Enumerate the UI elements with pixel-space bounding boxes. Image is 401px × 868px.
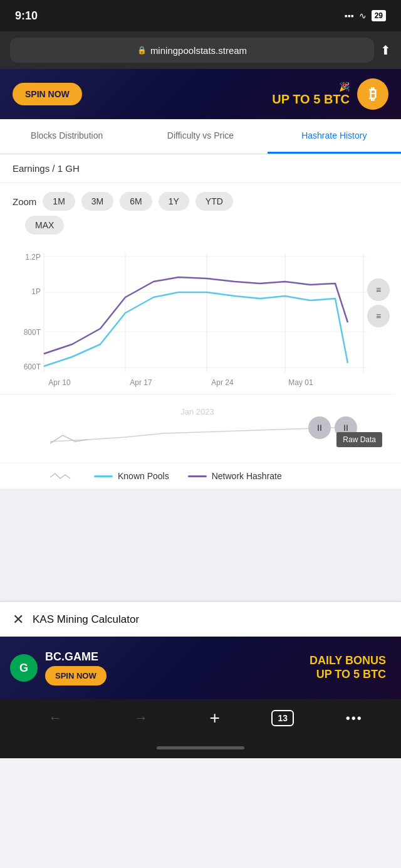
address-bar: 🔒 miningpoolstats.stream ⬆	[0, 31, 401, 69]
pause-button-1[interactable]: ⏸	[308, 416, 331, 439]
home-bar	[157, 746, 244, 749]
known-pools-label: Known Pools	[118, 471, 169, 481]
bc-bonus-text: DAILY BONUSUP TO 5 BTC	[310, 654, 386, 681]
hashrate-chart: 1.2P 1P 800T 600T A	[0, 247, 395, 391]
bc-brand-name: BC.GAME	[45, 650, 107, 664]
calculator-bar: ✕ KAS Mining Calculator	[0, 601, 401, 637]
zoom-controls: Zoom 1M 3M 6M 1Y YTD	[0, 183, 401, 214]
zoom-3m-button[interactable]: 3M	[81, 192, 113, 211]
back-button[interactable]: ←	[38, 705, 72, 731]
network-hashrate-legend-line	[188, 475, 207, 477]
svg-text:800T: 800T	[24, 328, 41, 337]
ad-top-text: 🎉	[272, 82, 350, 92]
zoom-1m-button[interactable]: 1M	[43, 192, 75, 211]
network-hashrate-label: Network Hashrate	[212, 471, 282, 481]
new-tab-button[interactable]: +	[210, 708, 220, 728]
home-indicator	[0, 737, 401, 758]
status-icons: ▪▪▪ ∿ 29	[345, 10, 386, 21]
chart-controls: ≡ ≡	[367, 278, 390, 327]
zoom-label: Zoom	[13, 196, 36, 207]
known-pools-legend-line	[94, 475, 113, 477]
legend-wave-icon	[50, 470, 75, 482]
signal-icon: ▪▪▪	[345, 11, 354, 21]
svg-text:1P: 1P	[31, 287, 41, 296]
chart-container: 1.2P 1P 800T 600T A	[0, 241, 401, 463]
mini-chart-area: Jan 2023 ⏸ ⏸ Raw Data	[0, 394, 395, 457]
chart-control-top[interactable]: ≡	[367, 278, 390, 301]
svg-text:May 01: May 01	[288, 378, 313, 387]
tab-blocks-distribution[interactable]: Blocks Distribution	[0, 119, 133, 154]
status-bar: 9:10 ▪▪▪ ∿ 29	[0, 0, 401, 31]
ad-btc-text: UP TO 5 BTC	[272, 92, 350, 106]
bc-spin-button[interactable]: SPIN NOW	[45, 666, 107, 685]
zoom-max-button[interactable]: MAX	[25, 216, 64, 235]
svg-text:1.2P: 1.2P	[25, 253, 41, 262]
status-time: 9:10	[15, 9, 38, 23]
tab-difficulty-price[interactable]: Difficulty vs Price	[133, 119, 267, 154]
battery-indicator: 29	[372, 10, 386, 21]
spin-now-button[interactable]: SPIN NOW	[13, 83, 82, 105]
svg-text:Apr 24: Apr 24	[211, 378, 234, 387]
mini-chart-date-label: Jan 2023	[180, 407, 214, 416]
earnings-label: Earnings / 1 GH	[0, 154, 401, 183]
calculator-close-button[interactable]: ✕	[13, 611, 24, 628]
bitcoin-icon: ₿	[357, 78, 388, 110]
zoom-1y-button[interactable]: 1Y	[159, 192, 189, 211]
browser-nav-bar: ← → + 13 •••	[0, 699, 401, 737]
share-button[interactable]: ⬆	[380, 43, 391, 58]
forward-button[interactable]: →	[124, 705, 158, 731]
lock-icon: 🔒	[137, 46, 147, 55]
zoom-ytd-button[interactable]: YTD	[195, 192, 233, 211]
raw-data-button[interactable]: Raw Data	[336, 432, 382, 447]
tab-bar: Blocks Distribution Difficulty vs Price …	[0, 119, 401, 154]
top-ad-banner: SPIN NOW 🎉 UP TO 5 BTC ₿	[0, 69, 401, 119]
main-content: Blocks Distribution Difficulty vs Price …	[0, 119, 401, 489]
svg-text:Apr 17: Apr 17	[130, 378, 152, 387]
chart-control-bottom[interactable]: ≡	[367, 305, 390, 327]
tab-count-button[interactable]: 13	[271, 710, 294, 726]
legend-network-hashrate: Network Hashrate	[188, 471, 282, 481]
gray-spacer	[0, 489, 401, 601]
svg-text:Apr 10: Apr 10	[48, 378, 71, 387]
more-options-button[interactable]: •••	[346, 711, 363, 726]
calculator-title: KAS Mining Calculator	[33, 613, 139, 626]
url-text: miningpoolstats.stream	[150, 45, 247, 56]
zoom-6m-button[interactable]: 6M	[120, 192, 152, 211]
url-input[interactable]: 🔒 miningpoolstats.stream	[10, 38, 374, 63]
tab-hashrate-history[interactable]: Hashrate History	[268, 119, 401, 154]
bc-game-logo: G	[10, 654, 38, 682]
chart-legend: Known Pools Network Hashrate	[0, 463, 401, 489]
legend-known-pools: Known Pools	[94, 471, 169, 481]
bottom-ad-banner: G BC.GAME SPIN NOW DAILY BONUSUP TO 5 BT…	[0, 637, 401, 699]
wifi-icon: ∿	[359, 11, 367, 21]
svg-text:600T: 600T	[24, 363, 41, 371]
